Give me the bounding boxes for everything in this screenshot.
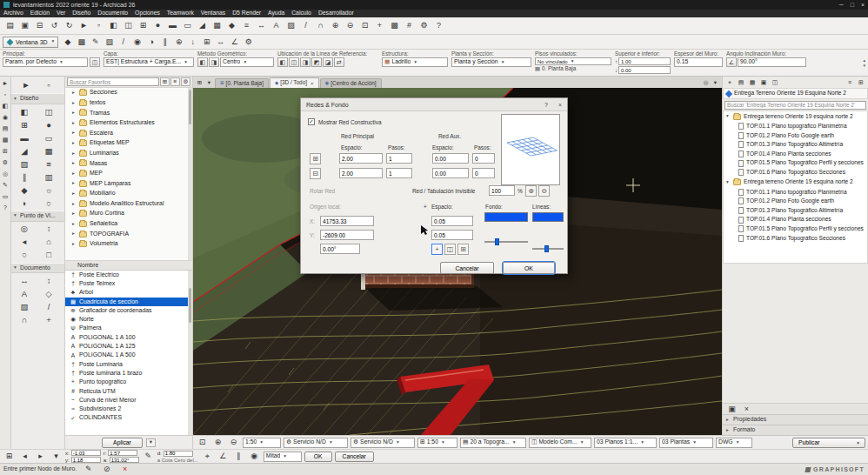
marquee-tool-icon[interactable]: ▫: [1, 90, 10, 99]
tracker-menu-icon[interactable]: ▾: [50, 450, 63, 463]
object-tool-icon[interactable]: ◆: [225, 19, 238, 32]
list-item[interactable]: † Poste Luminaria: [65, 360, 192, 369]
favorites-folder-row[interactable]: ▸ Elementos Estructurales: [65, 118, 192, 129]
publisher-set-header[interactable]: Entrega Terreno Oriente 19 Esquina Norte…: [723, 88, 868, 99]
ref-line-bottom-icon[interactable]: ◪: [323, 57, 333, 67]
expand-arrow-icon[interactable]: ▸: [72, 222, 77, 227]
geometry-method-straight-icon[interactable]: ◧: [197, 57, 208, 67]
view-settings-icon[interactable]: ◎: [701, 78, 711, 88]
expand-arrow-icon[interactable]: ▸: [72, 130, 77, 136]
guide-lines-icon[interactable]: ∥: [158, 36, 171, 49]
tree-root[interactable]: ▾ Entrega terreno Oriente 19 esquina nor…: [724, 177, 867, 188]
expand-arrow-icon[interactable]: ▸: [72, 141, 77, 146]
main-grid-spacing-2-field[interactable]: [339, 168, 383, 178]
view-tab[interactable]: ⊞ [0. Planta Baja] ×: [215, 78, 269, 88]
expand-arrow-icon[interactable]: ▸: [72, 211, 77, 217]
zoom-out-icon[interactable]: ⊖: [344, 19, 357, 32]
view-tab[interactable]: ◉ [Centro de Acción] ×: [320, 78, 382, 88]
zoom-out-button[interactable]: ⊖: [538, 185, 550, 197]
list-item[interactable]: A POLIGONAL 1 A 100: [65, 333, 192, 342]
spacing-option-button-2[interactable]: ⊞: [457, 244, 469, 255]
map-view-icon[interactable]: ▦: [747, 77, 758, 87]
invisible-grid-value-field[interactable]: [489, 185, 515, 196]
wall-tool-icon[interactable]: ◧: [17, 105, 32, 118]
favorites-folder-row[interactable]: ▸ Muro Cortina: [65, 209, 192, 219]
origin-x-field[interactable]: [320, 216, 374, 226]
favorites-search-input[interactable]: [67, 77, 159, 86]
list-item[interactable]: # Reticula UTM: [65, 387, 192, 396]
list-scrollbar[interactable]: [188, 271, 192, 435]
gravity-snap-icon[interactable]: ⌖: [201, 450, 214, 463]
favorites-folder-row[interactable]: ▸ Mobiliario: [65, 189, 192, 199]
expand-arrow-icon[interactable]: ▸: [72, 110, 77, 116]
favorites-folder-row[interactable]: ▸ Masas: [65, 158, 192, 169]
toolbox-section-design[interactable]: ▾ Diseño: [11, 93, 64, 104]
wall-thickness-field[interactable]: 0.15: [674, 57, 723, 67]
stair-tool-icon[interactable]: ≡: [41, 157, 57, 171]
dialog-titlebar[interactable]: Redes & Fondo ? ×: [301, 98, 567, 111]
expand-arrow-icon[interactable]: ▸: [72, 231, 77, 237]
hotspot-tool-icon[interactable]: +: [41, 313, 57, 326]
list-item[interactable]: Ψ Palmera: [65, 324, 192, 333]
expand-arrow-icon[interactable]: ▸: [72, 191, 77, 197]
options-icon[interactable]: ⚙: [242, 36, 255, 49]
arrow-tool-icon[interactable]: ►: [1, 78, 10, 88]
slab-tool-icon[interactable]: ▭: [41, 131, 57, 144]
tree-item[interactable]: TOP.01.1 Plano topográfico Planimetría: [724, 188, 867, 197]
menu-item[interactable]: Diseño: [69, 10, 94, 17]
layout-set-combo[interactable]: 03 Planos 1:1...▾: [594, 438, 657, 448]
tree-item[interactable]: TOP.01.4 Plano Planta secciones: [724, 215, 867, 224]
view-tab[interactable]: ◆ [3D / Todo] ×: [270, 77, 319, 88]
dialog-close-icon[interactable]: ×: [558, 102, 562, 108]
bottom-offset-field[interactable]: 0.00: [618, 66, 671, 74]
column-tool-icon[interactable]: ●: [151, 19, 164, 32]
print-icon[interactable]: ⊟: [33, 19, 46, 32]
layers-icon[interactable]: ▩: [388, 19, 401, 32]
show-grid-checkbox[interactable]: ✓: [308, 118, 315, 125]
x-coordinate-field[interactable]: [71, 450, 101, 456]
expand-arrow-icon[interactable]: ▸: [72, 181, 77, 186]
settings-icon[interactable]: ⚙: [417, 19, 431, 32]
line-icon[interactable]: /: [299, 19, 312, 32]
save-icon[interactable]: ▣: [18, 19, 31, 32]
tree-item[interactable]: TOP.01.2 Plano Foto Google earth: [724, 131, 867, 141]
menu-item[interactable]: Teamwork: [164, 10, 197, 17]
list-item[interactable]: ✓ COLINDANTES: [65, 414, 192, 423]
suspend-groups-icon[interactable]: ⊘: [100, 463, 113, 475]
publisher-icon[interactable]: ◫: [770, 77, 780, 87]
zoom-in-icon[interactable]: ⊕: [329, 19, 342, 32]
slab-tool-icon[interactable]: ▭: [181, 19, 194, 32]
next-icon[interactable]: ▸: [34, 450, 47, 463]
pin-icon[interactable]: ⌖: [724, 77, 735, 87]
publish-button[interactable]: Publicar▾: [792, 438, 865, 448]
dimension-icon[interactable]: ↔: [255, 19, 268, 32]
favorites-folder-row[interactable]: ▸ Escalera: [65, 128, 192, 138]
view-3d-button[interactable]: Ventana 3D ▾: [3, 37, 58, 48]
aux-grid-steps-1-field[interactable]: [472, 153, 495, 164]
renovation-service-combo[interactable]: ⚙ Servicio N/D▾: [284, 438, 348, 448]
maximize-button[interactable]: □: [851, 2, 854, 8]
opening-tool-icon[interactable]: ○: [41, 197, 57, 210]
interior-elevation-tool-icon[interactable]: ⌂: [41, 236, 57, 249]
cancel-icon[interactable]: ×: [118, 463, 131, 475]
section-tool-icon[interactable]: ↕: [41, 223, 57, 236]
ref-line-flip-icon[interactable]: ⇄: [334, 57, 344, 67]
tab-list-icon[interactable]: ▾: [204, 78, 214, 88]
section-propiedades[interactable]: ▸ Propiedades: [723, 414, 868, 425]
drawing-scale-combo[interactable]: ⊞ 1:50▾: [417, 438, 457, 448]
snap-mode-combo[interactable]: Mitad▾: [264, 452, 302, 462]
origin-angle-field[interactable]: [320, 244, 360, 254]
beam-tool-icon[interactable]: ▬: [166, 19, 179, 32]
railing-tool-icon[interactable]: ∥: [17, 171, 32, 184]
favorites-folder-row[interactable]: ▸ Tramas: [65, 108, 192, 118]
aux-grid-spacing-2-field[interactable]: [432, 168, 469, 178]
wall-slant-icon[interactable]: ∠: [726, 57, 737, 67]
gravity-icon[interactable]: ↓: [186, 36, 199, 49]
tracker-cancel-button[interactable]: Cancelar: [335, 452, 374, 462]
apply-button[interactable]: Aplicar: [102, 438, 143, 448]
favorites-folder-row[interactable]: ▸ Modelo Analítico Estructural: [65, 199, 192, 210]
grid-icon[interactable]: ⊞: [1, 146, 10, 156]
favorites-folder-row[interactable]: ▸ Etiquetas MEP: [65, 138, 192, 149]
detail-tool-icon[interactable]: ○: [17, 249, 32, 262]
pan-icon[interactable]: +: [373, 19, 386, 32]
